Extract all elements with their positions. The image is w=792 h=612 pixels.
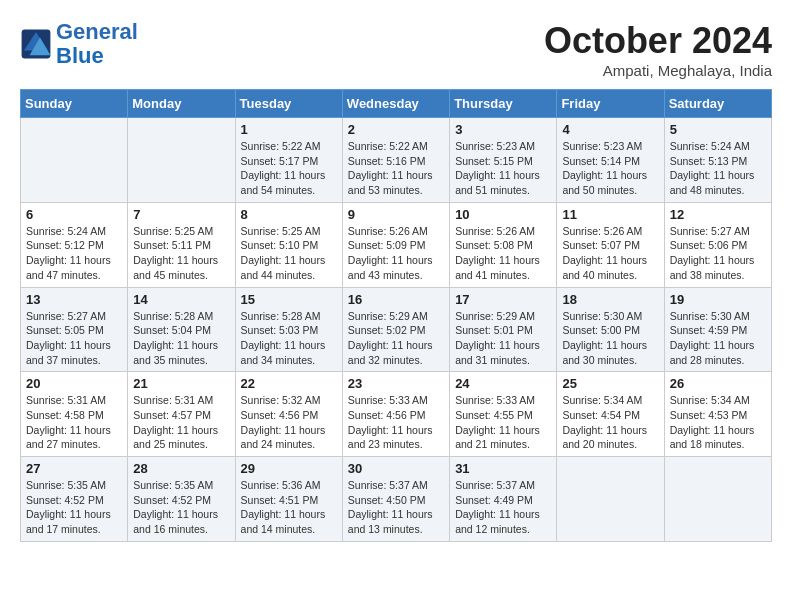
day-info: Sunrise: 5:27 AM Sunset: 5:05 PM Dayligh…	[26, 309, 122, 368]
day-info: Sunrise: 5:23 AM Sunset: 5:14 PM Dayligh…	[562, 139, 658, 198]
day-cell: 19Sunrise: 5:30 AM Sunset: 4:59 PM Dayli…	[664, 287, 771, 372]
day-number: 15	[241, 292, 337, 307]
day-number: 14	[133, 292, 229, 307]
day-info: Sunrise: 5:29 AM Sunset: 5:02 PM Dayligh…	[348, 309, 444, 368]
day-cell: 6Sunrise: 5:24 AM Sunset: 5:12 PM Daylig…	[21, 202, 128, 287]
week-row-2: 6Sunrise: 5:24 AM Sunset: 5:12 PM Daylig…	[21, 202, 772, 287]
day-number: 22	[241, 376, 337, 391]
day-number: 29	[241, 461, 337, 476]
header-saturday: Saturday	[664, 90, 771, 118]
day-number: 6	[26, 207, 122, 222]
day-cell: 5Sunrise: 5:24 AM Sunset: 5:13 PM Daylig…	[664, 118, 771, 203]
day-cell: 23Sunrise: 5:33 AM Sunset: 4:56 PM Dayli…	[342, 372, 449, 457]
day-cell: 20Sunrise: 5:31 AM Sunset: 4:58 PM Dayli…	[21, 372, 128, 457]
week-row-3: 13Sunrise: 5:27 AM Sunset: 5:05 PM Dayli…	[21, 287, 772, 372]
day-number: 30	[348, 461, 444, 476]
day-cell: 2Sunrise: 5:22 AM Sunset: 5:16 PM Daylig…	[342, 118, 449, 203]
day-number: 9	[348, 207, 444, 222]
day-number: 10	[455, 207, 551, 222]
title-block: October 2024 Ampati, Meghalaya, India	[544, 20, 772, 79]
day-number: 19	[670, 292, 766, 307]
header-sunday: Sunday	[21, 90, 128, 118]
day-cell: 3Sunrise: 5:23 AM Sunset: 5:15 PM Daylig…	[450, 118, 557, 203]
logo: General Blue	[20, 20, 138, 68]
day-number: 2	[348, 122, 444, 137]
day-cell: 1Sunrise: 5:22 AM Sunset: 5:17 PM Daylig…	[235, 118, 342, 203]
day-info: Sunrise: 5:22 AM Sunset: 5:17 PM Dayligh…	[241, 139, 337, 198]
day-info: Sunrise: 5:32 AM Sunset: 4:56 PM Dayligh…	[241, 393, 337, 452]
day-cell: 28Sunrise: 5:35 AM Sunset: 4:52 PM Dayli…	[128, 457, 235, 542]
day-info: Sunrise: 5:27 AM Sunset: 5:06 PM Dayligh…	[670, 224, 766, 283]
day-number: 20	[26, 376, 122, 391]
day-cell	[664, 457, 771, 542]
day-info: Sunrise: 5:26 AM Sunset: 5:07 PM Dayligh…	[562, 224, 658, 283]
header-wednesday: Wednesday	[342, 90, 449, 118]
day-cell: 11Sunrise: 5:26 AM Sunset: 5:07 PM Dayli…	[557, 202, 664, 287]
day-cell: 4Sunrise: 5:23 AM Sunset: 5:14 PM Daylig…	[557, 118, 664, 203]
day-number: 12	[670, 207, 766, 222]
header-thursday: Thursday	[450, 90, 557, 118]
day-cell: 9Sunrise: 5:26 AM Sunset: 5:09 PM Daylig…	[342, 202, 449, 287]
day-number: 5	[670, 122, 766, 137]
day-cell: 12Sunrise: 5:27 AM Sunset: 5:06 PM Dayli…	[664, 202, 771, 287]
day-number: 27	[26, 461, 122, 476]
header-monday: Monday	[128, 90, 235, 118]
day-info: Sunrise: 5:31 AM Sunset: 4:57 PM Dayligh…	[133, 393, 229, 452]
day-cell: 24Sunrise: 5:33 AM Sunset: 4:55 PM Dayli…	[450, 372, 557, 457]
page-header: General Blue October 2024 Ampati, Meghal…	[20, 20, 772, 79]
day-info: Sunrise: 5:25 AM Sunset: 5:10 PM Dayligh…	[241, 224, 337, 283]
day-cell: 14Sunrise: 5:28 AM Sunset: 5:04 PM Dayli…	[128, 287, 235, 372]
day-number: 17	[455, 292, 551, 307]
day-cell: 18Sunrise: 5:30 AM Sunset: 5:00 PM Dayli…	[557, 287, 664, 372]
day-number: 18	[562, 292, 658, 307]
day-cell: 16Sunrise: 5:29 AM Sunset: 5:02 PM Dayli…	[342, 287, 449, 372]
day-cell: 29Sunrise: 5:36 AM Sunset: 4:51 PM Dayli…	[235, 457, 342, 542]
day-number: 7	[133, 207, 229, 222]
day-cell: 21Sunrise: 5:31 AM Sunset: 4:57 PM Dayli…	[128, 372, 235, 457]
day-cell: 25Sunrise: 5:34 AM Sunset: 4:54 PM Dayli…	[557, 372, 664, 457]
day-number: 1	[241, 122, 337, 137]
day-info: Sunrise: 5:26 AM Sunset: 5:08 PM Dayligh…	[455, 224, 551, 283]
day-number: 26	[670, 376, 766, 391]
day-info: Sunrise: 5:25 AM Sunset: 5:11 PM Dayligh…	[133, 224, 229, 283]
day-number: 23	[348, 376, 444, 391]
logo-text: General Blue	[56, 20, 138, 68]
day-cell: 26Sunrise: 5:34 AM Sunset: 4:53 PM Dayli…	[664, 372, 771, 457]
day-number: 31	[455, 461, 551, 476]
day-info: Sunrise: 5:33 AM Sunset: 4:56 PM Dayligh…	[348, 393, 444, 452]
day-cell: 31Sunrise: 5:37 AM Sunset: 4:49 PM Dayli…	[450, 457, 557, 542]
day-info: Sunrise: 5:34 AM Sunset: 4:53 PM Dayligh…	[670, 393, 766, 452]
day-number: 24	[455, 376, 551, 391]
week-row-5: 27Sunrise: 5:35 AM Sunset: 4:52 PM Dayli…	[21, 457, 772, 542]
day-info: Sunrise: 5:23 AM Sunset: 5:15 PM Dayligh…	[455, 139, 551, 198]
day-info: Sunrise: 5:24 AM Sunset: 5:13 PM Dayligh…	[670, 139, 766, 198]
week-row-1: 1Sunrise: 5:22 AM Sunset: 5:17 PM Daylig…	[21, 118, 772, 203]
day-number: 4	[562, 122, 658, 137]
day-cell: 15Sunrise: 5:28 AM Sunset: 5:03 PM Dayli…	[235, 287, 342, 372]
day-number: 16	[348, 292, 444, 307]
day-info: Sunrise: 5:30 AM Sunset: 5:00 PM Dayligh…	[562, 309, 658, 368]
day-info: Sunrise: 5:37 AM Sunset: 4:49 PM Dayligh…	[455, 478, 551, 537]
day-number: 11	[562, 207, 658, 222]
day-cell	[128, 118, 235, 203]
day-number: 21	[133, 376, 229, 391]
day-info: Sunrise: 5:37 AM Sunset: 4:50 PM Dayligh…	[348, 478, 444, 537]
day-cell: 10Sunrise: 5:26 AM Sunset: 5:08 PM Dayli…	[450, 202, 557, 287]
day-info: Sunrise: 5:30 AM Sunset: 4:59 PM Dayligh…	[670, 309, 766, 368]
day-info: Sunrise: 5:26 AM Sunset: 5:09 PM Dayligh…	[348, 224, 444, 283]
day-info: Sunrise: 5:29 AM Sunset: 5:01 PM Dayligh…	[455, 309, 551, 368]
day-cell: 13Sunrise: 5:27 AM Sunset: 5:05 PM Dayli…	[21, 287, 128, 372]
day-info: Sunrise: 5:34 AM Sunset: 4:54 PM Dayligh…	[562, 393, 658, 452]
day-info: Sunrise: 5:24 AM Sunset: 5:12 PM Dayligh…	[26, 224, 122, 283]
location: Ampati, Meghalaya, India	[544, 62, 772, 79]
day-cell: 22Sunrise: 5:32 AM Sunset: 4:56 PM Dayli…	[235, 372, 342, 457]
day-info: Sunrise: 5:33 AM Sunset: 4:55 PM Dayligh…	[455, 393, 551, 452]
day-number: 8	[241, 207, 337, 222]
day-number: 3	[455, 122, 551, 137]
month-title: October 2024	[544, 20, 772, 62]
calendar-header-row: SundayMondayTuesdayWednesdayThursdayFrid…	[21, 90, 772, 118]
day-cell	[557, 457, 664, 542]
day-cell: 8Sunrise: 5:25 AM Sunset: 5:10 PM Daylig…	[235, 202, 342, 287]
day-info: Sunrise: 5:31 AM Sunset: 4:58 PM Dayligh…	[26, 393, 122, 452]
day-number: 28	[133, 461, 229, 476]
